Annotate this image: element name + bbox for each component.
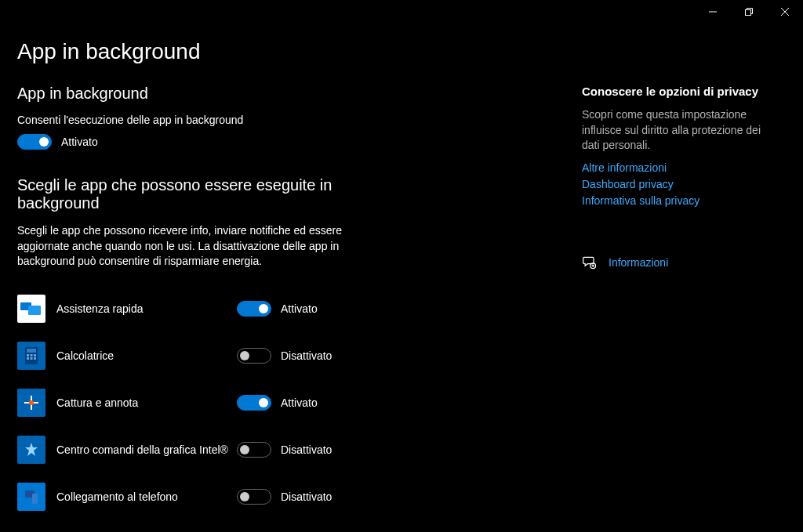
svg-rect-6	[31, 354, 33, 356]
app-toggle-state: Disattivato	[281, 443, 332, 456]
sidebar-link[interactable]: Dashboard privacy	[582, 176, 787, 193]
master-toggle-heading: App in background	[17, 85, 362, 103]
app-toggle-cell: Disattivato	[237, 442, 378, 458]
app-toggle[interactable]	[237, 395, 271, 411]
quick-icon	[17, 295, 45, 323]
restore-button[interactable]	[731, 0, 767, 24]
sidebar-title: Conoscere le opzioni di privacy	[582, 85, 787, 98]
svg-rect-13	[32, 494, 38, 504]
app-row: Collegamento al telefonoDisattivato	[17, 473, 378, 520]
app-name: Collegamento al telefono	[56, 490, 237, 503]
app-name: Assistenza rapida	[56, 302, 237, 315]
svg-point-11	[29, 400, 34, 405]
app-toggle[interactable]	[237, 348, 271, 364]
app-name: Centro comandi della grafica Intel®	[56, 443, 237, 456]
close-button[interactable]	[767, 0, 803, 24]
app-toggle-state: Attivato	[281, 302, 318, 315]
svg-rect-5	[27, 354, 29, 356]
sidebar-link[interactable]: Informativa sulla privacy	[582, 193, 787, 209]
app-toggle-cell: Attivato	[237, 301, 378, 317]
app-toggle-cell: Disattivato	[237, 348, 378, 364]
feedback-link[interactable]: Informazioni	[609, 255, 668, 271]
app-toggle-state: Disattivato	[281, 349, 332, 362]
svg-rect-4	[27, 349, 36, 353]
choose-description: Scegli le app che possono ricevere info,…	[17, 223, 362, 270]
calc-icon	[17, 342, 45, 370]
app-toggle-cell: Attivato	[237, 395, 378, 411]
window-controls	[695, 0, 803, 24]
minimize-button[interactable]	[695, 0, 731, 24]
svg-rect-8	[27, 357, 29, 360]
master-toggle[interactable]	[17, 134, 52, 150]
sidebar-description: Scopri come questa impostazione influisc…	[582, 107, 762, 154]
app-name: Cattura e annota	[56, 396, 237, 409]
sidebar-link[interactable]: Altre informazioni	[582, 160, 787, 176]
feedback-icon	[582, 255, 598, 270]
app-row: CalcolatriceDisattivato	[17, 332, 378, 379]
svg-rect-9	[31, 357, 33, 360]
phone-icon	[17, 483, 45, 511]
svg-rect-7	[34, 354, 36, 356]
app-row: Cattura e annotaAttivato	[17, 379, 378, 426]
svg-rect-0	[746, 10, 751, 16]
master-toggle-caption: Consenti l'esecuzione delle app in backg…	[17, 114, 362, 126]
app-name: Calcolatrice	[56, 349, 237, 362]
choose-heading: Scegli le app che possono essere eseguit…	[17, 176, 347, 212]
app-row: Assistenza rapidaAttivato	[17, 285, 378, 332]
svg-rect-10	[34, 357, 36, 360]
app-toggle-cell: Disattivato	[237, 489, 378, 505]
app-toggle[interactable]	[237, 301, 271, 317]
app-toggle-state: Disattivato	[281, 490, 332, 503]
app-toggle[interactable]	[237, 489, 271, 505]
master-toggle-state: Attivato	[61, 136, 98, 148]
svg-rect-2	[28, 306, 41, 315]
app-toggle[interactable]	[237, 442, 271, 458]
snip-icon	[17, 389, 45, 417]
app-row: Centro comandi della grafica Intel®Disat…	[17, 426, 378, 473]
page-title: App in background	[17, 39, 566, 64]
app-toggle-state: Attivato	[281, 396, 318, 409]
intel-icon	[17, 436, 45, 464]
